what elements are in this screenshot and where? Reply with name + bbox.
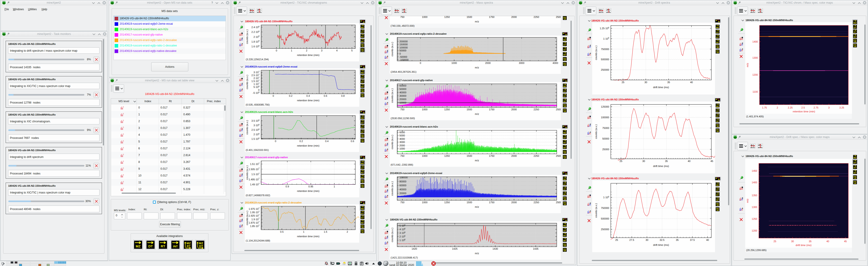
svg-text:DT: DT — [855, 45, 857, 47]
svg-text:1.51·107: 1.51·107 — [250, 162, 259, 166]
svg-text:30: 30 — [646, 239, 648, 241]
svg-text:DT: DT — [564, 250, 566, 251]
svg-text:counts (a.u.): counts (a.u.) — [246, 120, 248, 135]
svg-text:+: + — [387, 102, 388, 104]
svg-text:RT: RT — [361, 217, 364, 219]
svg-text:MZ: MZ — [716, 26, 719, 29]
svg-text:32.5: 32.5 — [659, 239, 664, 241]
svg-text:✱: ✱ — [741, 36, 743, 39]
svg-text:2.5·106: 2.5·106 — [251, 128, 259, 131]
svg-text:MZ: MZ — [135, 244, 141, 248]
svg-text:RT: RT — [563, 49, 566, 51]
svg-text:M: M — [718, 21, 719, 23]
svg-text:INT: INT — [854, 172, 857, 174]
svg-text:1500: 1500 — [467, 108, 472, 111]
svg-text:250000: 250000 — [601, 228, 609, 231]
svg-text:RT: RT — [362, 45, 364, 47]
svg-text:counts (a.u.): counts (a.u.) — [595, 124, 597, 139]
svg-text:750000: 750000 — [601, 207, 609, 209]
svg-text:INT: INT — [173, 245, 178, 248]
svg-text:RT: RT — [361, 171, 364, 174]
svg-text:INT: INT — [563, 240, 566, 242]
svg-text:1100: 1100 — [752, 90, 758, 93]
svg-text:(1421.222,5102688.417): (1421.222,5102688.417) — [391, 256, 418, 259]
svg-text:counts (a.u.): counts (a.u.) — [391, 181, 394, 196]
svg-text:drift time (ms): drift time (ms) — [653, 86, 669, 88]
svg-text:MZ: MZ — [563, 131, 566, 134]
svg-text:500000: 500000 — [601, 217, 609, 220]
svg-text:0.8: 0.8 — [341, 95, 344, 97]
svg-text:3: 3 — [321, 49, 322, 52]
svg-text:M: M — [563, 218, 564, 220]
svg-text:(671.642,-2392.896): (671.642,-2392.896) — [391, 163, 413, 166]
svg-text:DT: DT — [564, 18, 566, 20]
svg-text:1000: 1000 — [452, 62, 457, 64]
svg-text:counts (a.u.): counts (a.u.) — [595, 46, 597, 60]
svg-text:1: 1 — [123, 153, 124, 155]
svg-text:MZ: MZ — [361, 162, 364, 164]
svg-text:20000: 20000 — [399, 98, 406, 101]
svg-text:RT: RT — [563, 141, 566, 144]
svg-text:500000: 500000 — [601, 58, 609, 61]
svg-text:✱: ✱ — [386, 91, 388, 94]
svg-text:✱: ✱ — [241, 32, 243, 34]
svg-text:35: 35 — [676, 239, 679, 241]
svg-text:0.5: 0.5 — [280, 231, 283, 233]
svg-text:DT: DT — [361, 212, 364, 215]
svg-text:INT: INT — [716, 120, 719, 122]
svg-text:1250: 1250 — [444, 108, 450, 111]
svg-text:0: 0 — [275, 140, 276, 142]
svg-text:Σ: Σ — [242, 128, 243, 130]
svg-text:2250: 2250 — [534, 201, 539, 204]
svg-text:M: M — [361, 201, 362, 203]
svg-text:MZ: MZ — [361, 26, 364, 29]
svg-text:1.25·106: 1.25·106 — [600, 27, 609, 30]
svg-text:2: 2 — [777, 106, 778, 109]
svg-text:750: 750 — [400, 108, 404, 111]
svg-text:2000: 2000 — [511, 108, 517, 111]
svg-text:RT: RT — [854, 166, 857, 169]
svg-text:RT: RT — [563, 188, 566, 190]
svg-text:+: + — [242, 133, 243, 136]
svg-text:INT: INT — [361, 131, 364, 133]
svg-text:1400: 1400 — [752, 40, 758, 43]
svg-text:0: 0 — [420, 62, 421, 64]
svg-text:RT: RT — [362, 136, 364, 137]
svg-text:INT: INT — [716, 199, 719, 201]
svg-text:Σ: Σ — [590, 45, 591, 47]
svg-text:0: 0 — [399, 52, 401, 55]
svg-text:100000: 100000 — [399, 176, 408, 179]
svg-text:0.2: 0.2 — [300, 140, 303, 142]
svg-text:0.6: 0.6 — [351, 140, 354, 142]
svg-text:1750: 1750 — [489, 16, 494, 18]
svg-text:RT: RT — [161, 244, 165, 248]
svg-text:30: 30 — [645, 81, 647, 84]
svg-text:5000: 5000 — [399, 134, 405, 137]
svg-text:2.5: 2.5 — [801, 106, 805, 109]
svg-text:DT: DT — [362, 186, 364, 187]
svg-text:50000: 50000 — [399, 49, 406, 52]
svg-text:(0.535,-6583085.756): (0.535,-6583085.756) — [246, 103, 270, 106]
svg-text:1450: 1450 — [752, 169, 757, 172]
svg-text:(20.256,1299.685): (20.256,1299.685) — [746, 249, 767, 251]
svg-text:(3.228,1256214.294): (3.228,1256214.294) — [246, 58, 269, 61]
svg-text:counts (a.u.): counts (a.u.) — [595, 203, 597, 218]
svg-text:INT: INT — [563, 100, 566, 102]
svg-text:retention time (min): retention time (min) — [297, 235, 319, 238]
svg-text:m/z: m/z — [475, 66, 479, 69]
svg-text:45: 45 — [710, 160, 713, 162]
svg-text:M: M — [563, 172, 564, 174]
svg-text:2250: 2250 — [534, 155, 539, 157]
svg-text:1: 1 — [123, 106, 124, 108]
svg-text:1.49·107: 1.49·107 — [250, 183, 259, 186]
svg-text:Σ: Σ — [742, 42, 743, 45]
svg-text:DT: DT — [362, 50, 364, 51]
svg-text:2000: 2000 — [511, 16, 517, 18]
svg-text:✱: ✱ — [386, 137, 388, 140]
svg-text:1: 1 — [334, 185, 335, 188]
svg-text:✱: ✱ — [241, 213, 243, 216]
svg-text:M: M — [361, 156, 362, 158]
svg-text:125000: 125000 — [601, 105, 609, 108]
svg-text:-50000: -50000 — [399, 55, 407, 58]
svg-text:40: 40 — [690, 81, 693, 84]
